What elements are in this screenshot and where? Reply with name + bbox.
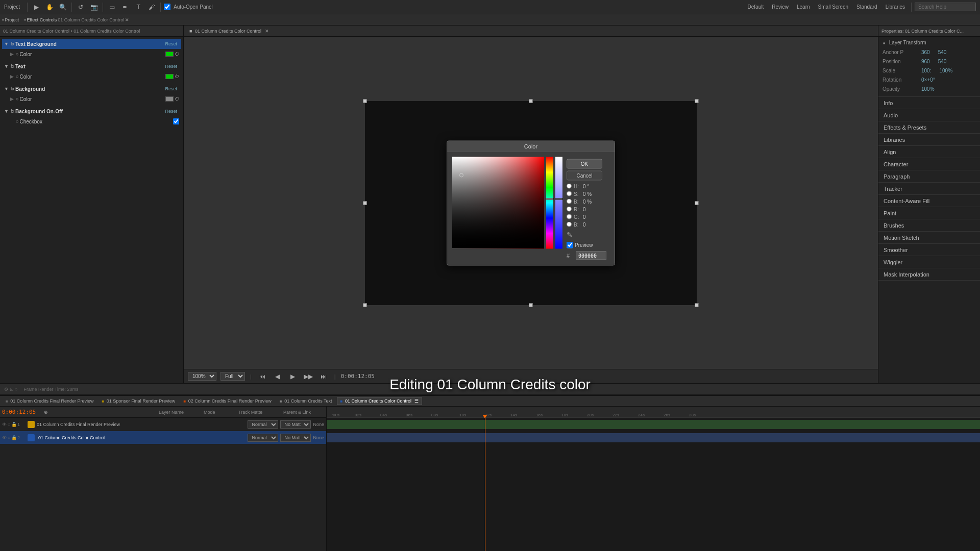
- hand-tool[interactable]: ✋: [44, 2, 55, 13]
- motion-blur-icon[interactable]: ⊕: [44, 410, 48, 415]
- rect-tool[interactable]: ▭: [106, 2, 117, 13]
- menu-info[interactable]: Info: [878, 97, 980, 109]
- workspace-libraries[interactable]: Libraries: [883, 4, 908, 10]
- close-effect-tab[interactable]: ✕: [125, 17, 129, 22]
- menu-paint[interactable]: Paint: [878, 207, 980, 219]
- workspace-learn[interactable]: Learn: [794, 4, 813, 10]
- hue-slider[interactable]: [546, 157, 553, 248]
- hue-radio[interactable]: [567, 184, 572, 189]
- layer1-visible[interactable]: 👁: [2, 422, 7, 427]
- menu-motion-sketch[interactable]: Motion Sketch: [878, 232, 980, 244]
- scale-value2[interactable]: 100%: [939, 68, 952, 73]
- text-group-reset[interactable]: Reset: [165, 64, 177, 69]
- layer1-solo[interactable]: ○: [8, 422, 10, 427]
- eyedropper-icon[interactable]: ✎: [567, 230, 573, 238]
- layer2-mode-select[interactable]: Normal: [248, 434, 278, 442]
- tl-tab-text[interactable]: ■ 01 Column Credits Text: [276, 397, 336, 405]
- prev-frame-btn[interactable]: ◀: [272, 371, 283, 382]
- brightness-slider[interactable]: [555, 157, 562, 248]
- effect-controls-tab[interactable]: Effect Controls: [27, 17, 57, 22]
- auto-open-panel-checkbox[interactable]: [164, 4, 170, 10]
- bg-onoff-row[interactable]: ▼ fx Background On-Off Reset: [2, 106, 181, 116]
- text-bg-color-swatch[interactable]: [165, 52, 174, 57]
- color-square[interactable]: [452, 157, 544, 248]
- blue-radio[interactable]: [567, 222, 572, 227]
- text-color-row[interactable]: ▶ ○ Color ⏱: [2, 71, 181, 82]
- menu-audio[interactable]: Audio: [878, 109, 980, 121]
- layer1-matte-select[interactable]: No Matte: [280, 420, 311, 429]
- brush-tool[interactable]: 🖌: [146, 2, 157, 13]
- menu-brushes[interactable]: Brushes: [878, 219, 980, 232]
- text-group-row[interactable]: ▼ fx Text Reset: [2, 61, 181, 71]
- workspace-review[interactable]: Review: [769, 4, 792, 10]
- workspace-standard[interactable]: Standard: [853, 4, 880, 10]
- layer2-lock[interactable]: 🔒: [11, 435, 17, 440]
- bg-color-row[interactable]: ▶ ○ Color ⏱: [2, 94, 181, 104]
- stopwatch-icon[interactable]: ⏱: [175, 52, 179, 57]
- rotation-value[interactable]: 0×+0°: [921, 77, 935, 83]
- text-color-swatch[interactable]: [165, 74, 174, 79]
- comp-name-tab[interactable]: 01 Column Credits Color Control: [58, 17, 124, 22]
- layer1-lock[interactable]: 🔒: [11, 422, 17, 427]
- bg-onoff-checkbox[interactable]: [173, 118, 179, 124]
- menu-mask-interpolation[interactable]: Mask Interpolation: [878, 268, 980, 281]
- hex-input[interactable]: [576, 251, 606, 260]
- scale-value[interactable]: 100:: [921, 68, 931, 73]
- menu-align[interactable]: Align: [878, 146, 980, 158]
- color-cancel-button[interactable]: Cancel: [567, 170, 602, 180]
- anchor-value[interactable]: 360: [921, 49, 930, 55]
- tl-tab-color-control[interactable]: ■ 01 Column Credits Color Control ☰: [337, 397, 423, 405]
- workspace-small[interactable]: Small Screen: [815, 4, 851, 10]
- zoom-select[interactable]: 100% 50% 200%: [188, 372, 216, 381]
- menu-character[interactable]: Character: [878, 158, 980, 170]
- position-y[interactable]: 540: [938, 59, 947, 64]
- search-input[interactable]: [915, 3, 976, 11]
- layer-row-1[interactable]: 👁 ○ 🔒 1 01 Column Credits Final Render P…: [0, 418, 326, 431]
- menu-paragraph[interactable]: Paragraph: [878, 170, 980, 183]
- quality-select[interactable]: Full Half: [220, 372, 245, 381]
- next-frame-btn[interactable]: ▶▶: [303, 371, 314, 382]
- preview-checkbox[interactable]: [567, 241, 573, 248]
- menu-effects-presets[interactable]: Effects & Presets: [878, 121, 980, 134]
- text-tool[interactable]: T: [133, 2, 144, 13]
- last-frame-btn[interactable]: ⏭: [318, 371, 329, 382]
- menu-smoother[interactable]: Smoother: [878, 244, 980, 256]
- sat-radio[interactable]: [567, 191, 572, 196]
- rotate-tool[interactable]: ↺: [75, 2, 86, 13]
- layer2-visible[interactable]: 👁: [2, 435, 7, 440]
- project-tab-label[interactable]: Project: [5, 17, 19, 22]
- tl-tab-02-credits[interactable]: ■ 02 Column Credits Final Render Preview: [180, 397, 275, 405]
- zoom-tool[interactable]: 🔍: [57, 2, 68, 13]
- bg-stopwatch-icon[interactable]: ⏱: [175, 96, 179, 102]
- anchor-value2[interactable]: 540: [938, 49, 947, 55]
- text-stopwatch-icon[interactable]: ⏱: [175, 74, 179, 79]
- position-x[interactable]: 960: [921, 59, 930, 64]
- tl-tab-menu-icon[interactable]: ☰: [414, 398, 419, 404]
- first-frame-btn[interactable]: ⏮: [257, 371, 268, 382]
- comp-tab-cc-close[interactable]: ✕: [265, 29, 269, 34]
- menu-tracker[interactable]: Tracker: [878, 183, 980, 195]
- camera-tool[interactable]: 📷: [88, 2, 100, 13]
- brightness-radio[interactable]: [567, 199, 572, 204]
- menu-content-aware-fill[interactable]: Content-Aware Fill: [878, 195, 980, 207]
- comp-tab-color-control[interactable]: ■ 01 Column Credits Color Control ✕: [186, 27, 273, 35]
- text-bg-color-row[interactable]: ▶ ○ Color ⏱: [2, 49, 181, 59]
- layer-row-2[interactable]: 👁 ○ 🔒 2 01 Column Credits Color Control …: [0, 431, 326, 444]
- layer2-matte-select[interactable]: No Matte: [280, 434, 311, 442]
- opacity-value[interactable]: 100%: [921, 86, 935, 92]
- background-reset[interactable]: Reset: [165, 86, 177, 91]
- bg-color-swatch[interactable]: [165, 96, 174, 102]
- layer1-mode-select[interactable]: Normal: [248, 420, 278, 429]
- text-background-reset[interactable]: Reset: [165, 41, 177, 46]
- green-radio[interactable]: [567, 214, 572, 219]
- pen-tool[interactable]: ✒: [119, 2, 131, 13]
- menu-libraries[interactable]: Libraries: [878, 134, 980, 146]
- bg-onoff-reset[interactable]: Reset: [165, 109, 177, 114]
- workspace-default[interactable]: Default: [745, 4, 767, 10]
- color-ok-button[interactable]: OK: [567, 159, 602, 168]
- tl-timecode[interactable]: 0:00:12:05: [2, 409, 36, 415]
- tl-tab-sponsor[interactable]: ■ 01 Sponsor Final Render Preview: [98, 397, 179, 405]
- checkbox-row[interactable]: ▶ ○ Checkbox: [2, 116, 181, 127]
- tl-tab-final-render[interactable]: ■ 01 Column Credits Final Render Preview: [2, 397, 97, 405]
- text-background-row[interactable]: ▼ fx Text Background Reset: [2, 39, 181, 49]
